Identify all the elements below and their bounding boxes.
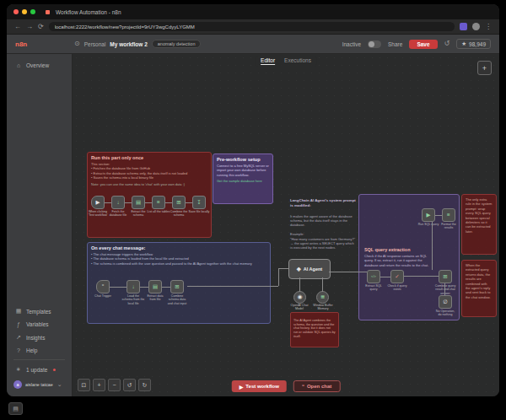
sidebar-item-updates[interactable]: ∗ 1 update (7, 363, 72, 376)
close-window-button[interactable] (13, 9, 19, 14)
sticky-pre-setup[interactable]: Pre-workflow setup Connect to a free MyS… (213, 153, 273, 204)
node-combine-schema[interactable]: ⊞ (172, 196, 186, 209)
tab-editor[interactable]: Editor (261, 57, 275, 65)
memory-icon: ≣ (320, 294, 325, 300)
node-load-schema[interactable]: ↓ (126, 280, 140, 293)
node-label: Window Buffer Memory (311, 304, 335, 311)
node-combine-input[interactable]: ⊞ (170, 280, 184, 293)
node-label: Extract data from file (144, 294, 167, 302)
node-extract-from-file[interactable]: ▤ (148, 280, 162, 293)
canvas-footer-buttons: ▶ Test workflow “ Open chat (232, 380, 341, 392)
sidebar-item-help[interactable]: ? Help (7, 344, 72, 357)
undo-button[interactable]: ↺ (123, 379, 136, 391)
help-icon: ? (15, 347, 22, 353)
open-chat-button[interactable]: “ Open chat (293, 380, 340, 392)
format-icon: ≡ (447, 213, 450, 218)
sticky-prompt-note[interactable]: The only extra rule in the system prompt… (461, 194, 497, 255)
user-menu[interactable]: a aislane tatcae ⌄ (7, 376, 72, 393)
sticky-run-once[interactable]: Run this part only once This section: • … (87, 152, 212, 238)
chat-icon: “ (102, 284, 104, 290)
house-icon: ⌂ (15, 62, 22, 68)
node-extract-schema[interactable]: ▤ (132, 196, 145, 209)
taskbar-icon[interactable]: ▤ (8, 402, 23, 415)
node-extract-sql-query[interactable]: </> (367, 270, 380, 283)
download-icon: ↓ (116, 200, 119, 206)
browser-tab-title[interactable]: Workflow Automation - n8n (56, 9, 121, 15)
workflow-canvas[interactable]: Editor Executions + Run this part only o… (73, 54, 499, 396)
sticky-results-note[interactable]: When the extracted query returns data, t… (461, 260, 497, 317)
star-icon: ★ (461, 40, 466, 47)
test-workflow-button[interactable]: ▶ Test workflow (232, 380, 287, 392)
minimize-window-button[interactable] (22, 9, 27, 14)
sql-sticky-body: Check if the AI response contains an SQL… (364, 254, 433, 267)
forward-icon[interactable]: → (26, 24, 33, 30)
connection-wire (380, 277, 390, 277)
download-icon: ↓ (132, 284, 134, 290)
user-name: aislane tatcae (25, 382, 53, 387)
zoom-out-button[interactable]: − (108, 379, 121, 391)
sidebar-item-variables[interactable]: ƒ Variables (7, 318, 72, 331)
browser-profile-avatar[interactable] (472, 23, 480, 30)
sticky-langchain-note[interactable]: LangChain AI Agent's system prompt is mo… (290, 194, 356, 250)
sidebar-item-overview[interactable]: ⌂ Overview (7, 59, 72, 72)
breadcrumb-project[interactable]: Personal (84, 41, 106, 47)
variables-icon: ƒ (15, 321, 22, 327)
add-node-button[interactable]: + (477, 61, 492, 75)
node-combine-query-result[interactable]: ⊞ (439, 270, 452, 283)
node-label: Load the schema from the local file (122, 294, 145, 305)
refresh-icon[interactable]: ⟳ (38, 24, 44, 30)
node-openai-chat-model[interactable]: ◉ (293, 291, 306, 304)
n8n-logo[interactable]: n8n (15, 40, 67, 48)
sidebar-item-insights[interactable]: ↗ Insights (7, 331, 72, 344)
code-icon: </> (371, 275, 376, 278)
connection-wire (435, 215, 442, 216)
sticky-title: Pre-workflow setup (217, 157, 269, 162)
breadcrumb: ⊙ Personal My workflow 2 anomaly detecti… (74, 40, 201, 48)
connection-wire (140, 287, 148, 288)
sticky-title: Run this part only once (91, 155, 207, 160)
node-manual-trigger[interactable]: ▶ (91, 196, 105, 209)
fit-view-button[interactable]: ⊡ (78, 379, 90, 391)
editor-tabs: Editor Executions (256, 56, 316, 67)
connection-wire (322, 277, 323, 292)
node-label: Extract the schema (127, 210, 150, 218)
browser-window: Workflow Automation - n8n ← → ⟳ localhos… (7, 4, 499, 396)
connection-wire (145, 202, 152, 203)
browser-tab-bar: Workflow Automation - n8n (7, 4, 499, 19)
check-icon: ✓ (395, 274, 399, 280)
node-no-operation[interactable]: ∅ (439, 295, 452, 309)
node-fetch-database[interactable]: ↓ (111, 196, 125, 209)
save-button[interactable]: Save (409, 40, 437, 49)
tab-executions[interactable]: Executions (284, 57, 311, 65)
address-input[interactable]: localhost:2222/workflow/new?projectId=9r… (49, 22, 455, 31)
node-label: Extract SQL query (363, 284, 385, 292)
node-run-sql-query[interactable]: ▶ (422, 208, 435, 222)
redo-button[interactable]: ↻ (138, 379, 151, 391)
node-label: List all the tables (148, 210, 170, 213)
browser-menu-icon[interactable]: ⋮ (485, 24, 492, 30)
node-label: Combine query result and chat answer (434, 284, 457, 295)
node-chat-trigger[interactable]: “ (96, 280, 110, 293)
node-window-buffer-memory[interactable]: ≣ (316, 291, 329, 304)
node-format-results[interactable]: ≡ (442, 208, 455, 222)
active-toggle[interactable] (368, 40, 381, 48)
node-ai-agent[interactable]: ◈ AI Agent (288, 259, 331, 279)
extension-icon[interactable] (460, 23, 467, 30)
workflow-name[interactable]: My workflow 2 (110, 41, 147, 47)
node-save-file[interactable]: ↧ (192, 196, 206, 209)
sidebar-item-templates[interactable]: ▦ Templates (7, 304, 72, 318)
sql-right-node-2: ∅ No Operation, do nothing (439, 295, 452, 309)
node-label: Run SQL query (417, 223, 440, 226)
node-check-query-exists[interactable]: ✓ (390, 270, 404, 283)
share-button[interactable]: Share (388, 41, 402, 47)
back-icon[interactable]: ← (14, 24, 21, 30)
sticky-link[interactable]: Get the sample database here (217, 179, 269, 183)
sticky-body: • The chat message triggers the workflow… (91, 252, 266, 266)
sticky-agent-warning[interactable]: The AI Agent combines the schema, the qu… (290, 312, 339, 347)
github-stars-badge[interactable]: ★ 98,949 (456, 39, 491, 49)
zoom-in-button[interactable]: + (93, 379, 105, 391)
workflow-tag[interactable]: anomaly detection (152, 40, 202, 48)
maximize-window-button[interactable] (30, 9, 35, 14)
history-icon[interactable]: ↺ (444, 40, 450, 47)
node-list-tables[interactable]: ≡ (152, 196, 165, 209)
